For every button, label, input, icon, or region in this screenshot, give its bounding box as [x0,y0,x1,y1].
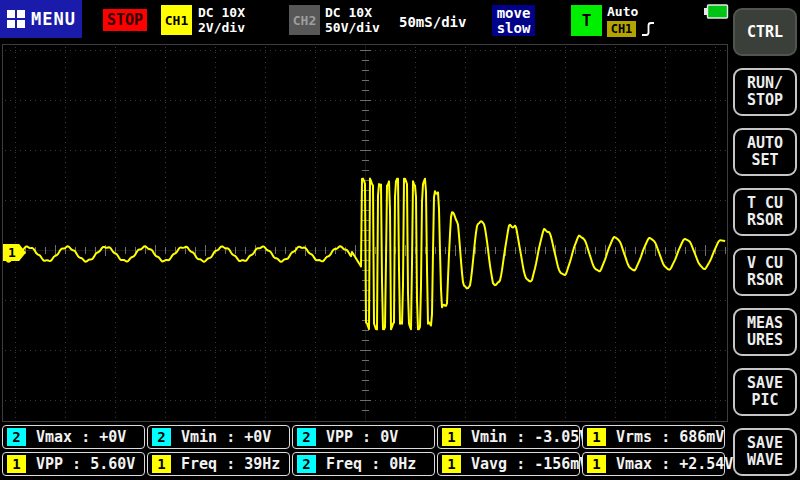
channel-badge: 2 [7,428,26,446]
ch1-coupling: DC 10X [198,5,245,20]
move-line2: slow [497,21,531,36]
measure-cell-ch1-vpp: 1VPP : 5.60V [2,452,145,476]
measure-text: VPP : 5.60V [36,455,135,473]
channel-badge: 1 [442,428,461,446]
measure-cell-ch2-freq: 2Freq : 0Hz [292,452,435,476]
measurement-row-2: 1VPP : 5.60V 1Freq : 39Hz 2Freq : 0Hz 1V… [2,452,728,476]
channel1-badge[interactable]: CH1 [161,5,192,35]
trigger-badge[interactable]: T [571,5,602,36]
t-cursor-button[interactable]: T CURSOR [733,188,797,236]
trigger-mode: Auto [607,4,638,19]
menu-label: MENU [31,9,76,29]
measurement-bar: 2Vmax : +0V 2Vmin : +0V 2VPP : 0V 1Vmin … [2,425,728,476]
measure-text: Vavg : -156mV [471,455,588,473]
save-wave-button[interactable]: SAVEWAVE [733,428,797,476]
move-slow-button[interactable]: move slow [492,5,535,36]
measure-cell-ch1-freq: 1Freq : 39Hz [147,452,290,476]
sidebar-menu: CTRL RUN/STOP AUTOSET T CURSOR V CURSOR … [733,8,797,476]
channel-badge: 1 [152,455,171,473]
save-pic-button[interactable]: SAVEPIC [733,368,797,416]
channel-badge: 1 [442,455,461,473]
ch1-scale: 2V/div [198,20,245,35]
channel-badge: 1 [587,428,606,446]
measurement-row-1: 2Vmax : +0V 2Vmin : +0V 2VPP : 0V 1Vmin … [2,425,728,449]
measure-text: Vmin : -3.05V [471,428,588,446]
run-stop-button[interactable]: RUN/STOP [733,68,797,116]
menu-button[interactable]: MENU [0,0,82,38]
measure-cell-ch1-vmin: 1Vmin : -3.05V [437,425,580,449]
measure-cell-ch2-vmax: 2Vmax : +0V [2,425,145,449]
channel2-badge[interactable]: CH2 [289,5,320,35]
battery-icon [704,4,729,19]
auto-set-button[interactable]: AUTOSET [733,128,797,176]
measure-text: Freq : 0Hz [326,455,416,473]
measure-text: VPP : 0V [326,428,398,446]
v-cursor-button[interactable]: V CURSOR [733,248,797,296]
channel2-settings: DC 10X50V/div [325,5,380,35]
measure-cell-ch1-vavg: 1Vavg : -156mV [437,452,580,476]
channel1-settings: DC 10X2V/div [198,5,245,35]
measure-text: Freq : 39Hz [181,455,280,473]
acquisition-status-badge: STOP [103,9,147,31]
measure-cell-ch2-vmin: 2Vmin : +0V [147,425,290,449]
measure-text: Vmax : +0V [36,428,126,446]
grid-menu-icon [7,10,25,28]
channel-badge: 1 [587,455,606,473]
move-line1: move [497,6,531,21]
channel-badge: 1 [7,455,26,473]
measure-text: Vmin : +0V [181,428,271,446]
waveform-canvas[interactable] [3,45,727,421]
measures-button[interactable]: MEASURES [733,308,797,356]
channel-badge: 2 [152,428,171,446]
measure-text: Vrms : 686mV [616,428,724,446]
ch2-scale: 50V/div [325,20,380,35]
trigger-edge-icon [640,20,656,38]
measure-text: Vmax : +2.54V [616,455,733,473]
timebase-readout: 50mS/div [399,14,466,30]
measure-cell-ch2-vpp: 2VPP : 0V [292,425,435,449]
measure-cell-ch1-vrms: 1Vrms : 686mV [582,425,725,449]
measure-cell-ch1-vmax: 1Vmax : +2.54V [582,452,725,476]
ctrl-button[interactable]: CTRL [733,8,797,56]
channel-badge: 2 [297,455,316,473]
channel-badge: 2 [297,428,316,446]
ch2-coupling: DC 10X [325,5,372,20]
trigger-source-badge[interactable]: CH1 [607,21,636,37]
waveform-display-area[interactable]: 1 [2,44,728,422]
